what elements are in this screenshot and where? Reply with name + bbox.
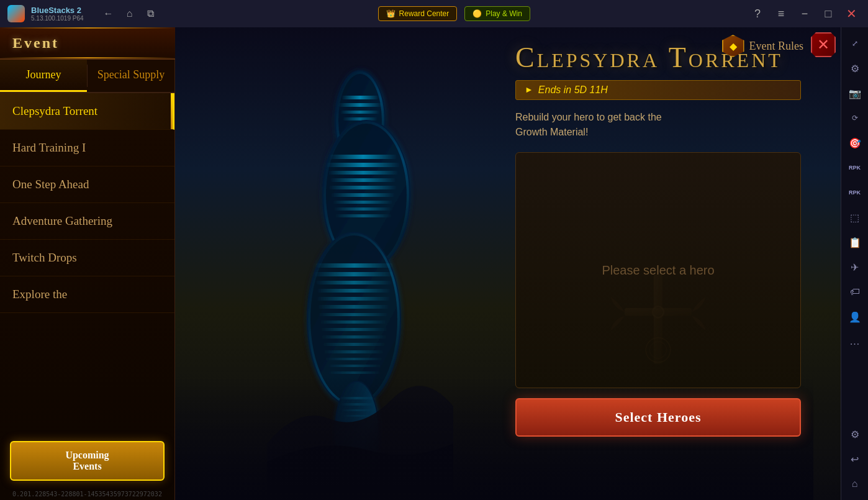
app-version: 5.13.100.1019 P64 [31, 15, 84, 22]
top-bar-center: 👑 Reward Center 🟡 Play & Win [378, 6, 530, 21]
svg-rect-16 [335, 214, 391, 217]
svg-rect-4 [340, 111, 380, 114]
crown-icon: 👑 [386, 9, 396, 18]
app-logo [7, 5, 25, 22]
app-name: BlueStacks 2 [31, 6, 84, 15]
sidebar-tag-icon[interactable]: 🏷 [844, 281, 866, 303]
reward-center-button[interactable]: 👑 Reward Center [378, 6, 458, 21]
coords-text: 0.201.228543-228801-14535435973722972032 [12, 491, 162, 498]
sidebar-plane-icon[interactable]: ✈ [844, 256, 866, 278]
play-win-label: Play & Win [486, 9, 522, 18]
svg-rect-9 [326, 163, 400, 167]
svg-rect-15 [334, 207, 392, 211]
ends-arrow-icon: ► [525, 85, 533, 95]
event-rules-area: ◆ Event Rules [722, 35, 804, 57]
twitch-label: Twitch Drops [12, 251, 77, 264]
svg-rect-22 [317, 289, 391, 293]
svg-rect-8 [329, 155, 397, 159]
right-sidebar: ⤢ ⚙ 📷 ⟳ 🎯 RPK RPK ⬚ 📋 ✈ 🏷 👤 … ⚙ ↩ ⌂ [841, 27, 868, 500]
svg-rect-39 [654, 275, 662, 364]
sidebar-scan-icon[interactable]: ⬚ [844, 206, 866, 229]
tabs-nav-button[interactable]: ⧉ [142, 5, 160, 22]
close-window-button[interactable]: ✕ [843, 5, 861, 22]
sidebar-history-icon[interactable]: ⟳ [844, 107, 866, 129]
list-item-explore[interactable]: Explore the [0, 276, 174, 313]
sidebar-gear-icon[interactable]: ⚙ [844, 423, 866, 445]
clepsydra-label: Clepsydra Torrent [12, 104, 97, 117]
svg-rect-5 [343, 117, 377, 120]
list-item-clepsydra[interactable]: Clepsydra Torrent [0, 93, 174, 130]
svg-rect-12 [329, 186, 397, 189]
top-bar-nav: ← ⌂ ⧉ [100, 5, 160, 22]
select-heroes-label: Select Heroes [615, 409, 701, 425]
svg-rect-40 [625, 308, 692, 316]
svg-rect-31 [325, 358, 382, 360]
reward-center-label: Reward Center [399, 9, 450, 18]
close-x-icon: ✕ [817, 36, 830, 53]
sidebar-camera-icon[interactable]: 📷 [844, 82, 866, 104]
home-nav-button[interactable]: ⌂ [121, 5, 138, 22]
svg-rect-23 [317, 297, 391, 301]
sidebar-expand-icon[interactable]: ⤢ [844, 32, 866, 55]
close-event-button[interactable]: ✕ [811, 32, 836, 57]
right-panel: Clepsydra Torrent ► Ends in 5D 11H Rebui… [503, 27, 813, 500]
minimize-button[interactable]: − [796, 5, 813, 22]
tab-journey[interactable]: Journey [0, 60, 87, 92]
menu-button[interactable]: ≡ [772, 5, 790, 22]
ends-text: Ends in 5D 11H [538, 84, 608, 96]
app-title-block: BlueStacks 2 5.13.100.1019 P64 [31, 6, 84, 22]
explore-label: Explore the [12, 288, 67, 301]
event-panel: Event Journey Special Supply Clepsydra T… [0, 27, 175, 500]
sidebar-home-icon[interactable]: ⌂ [844, 473, 866, 495]
svg-rect-2 [341, 96, 379, 99]
event-description: Rebuild your hero to get back the Growth… [515, 110, 801, 140]
svg-rect-24 [318, 305, 390, 309]
svg-rect-19 [315, 263, 393, 268]
svg-rect-30 [324, 350, 384, 353]
svg-rect-28 [322, 335, 386, 339]
main-content: Event Journey Special Supply Clepsydra T… [0, 27, 841, 500]
event-banner: Event [0, 27, 175, 60]
hard-training-label: Hard Training I [12, 141, 86, 154]
list-item-twitch[interactable]: Twitch Drops [0, 240, 174, 276]
rules-icon: ◆ [722, 35, 744, 57]
sidebar-clip-icon[interactable]: 📋 [844, 231, 866, 253]
special-supply-tab-label: Special Supply [97, 68, 165, 81]
svg-rect-10 [328, 171, 399, 175]
journey-tab-label: Journey [26, 68, 61, 81]
maximize-button[interactable]: □ [820, 5, 837, 22]
tab-special-supply[interactable]: Special Supply [88, 60, 174, 92]
svg-rect-14 [333, 201, 394, 204]
hero-decoration-svg [602, 263, 714, 375]
svg-rect-11 [330, 178, 396, 182]
svg-rect-33 [327, 371, 381, 374]
one-step-label: One Step Ahead [12, 178, 89, 191]
svg-rect-32 [327, 365, 381, 367]
back-nav-button[interactable]: ← [100, 5, 117, 22]
event-rules-button[interactable]: Event Rules [749, 40, 804, 53]
list-item-hard-training[interactable]: Hard Training I [0, 130, 174, 166]
sidebar-more-icon[interactable]: … [844, 330, 866, 353]
sidebar-rpk-icon[interactable]: RPK [844, 157, 866, 179]
list-item-one-step[interactable]: One Step Ahead [0, 166, 174, 203]
svg-rect-25 [319, 313, 389, 316]
sidebar-settings-icon[interactable]: ⚙ [844, 57, 866, 80]
list-item-adventure[interactable]: Adventure Gathering [0, 203, 174, 240]
sidebar-person-icon[interactable]: 👤 [844, 306, 866, 328]
top-bar: BlueStacks 2 5.13.100.1019 P64 ← ⌂ ⧉ 👑 R… [0, 0, 868, 27]
top-bar-right: ? ≡ − □ ✕ [749, 5, 861, 22]
play-win-button[interactable]: 🟡 Play & Win [464, 6, 530, 21]
upcoming-events-button[interactable]: Upcoming Events [10, 441, 165, 481]
sidebar-rpk2-icon[interactable]: RPK [844, 181, 866, 204]
sidebar-target-icon[interactable]: 🎯 [844, 132, 866, 154]
event-tabs: Journey Special Supply [0, 60, 174, 93]
select-heroes-button[interactable]: Select Heroes [515, 398, 801, 437]
svg-rect-27 [321, 328, 387, 331]
footer-coords: 0.201.228543-228801-14535435973722972032 [0, 488, 174, 500]
help-button[interactable]: ? [749, 5, 766, 22]
top-bar-left: BlueStacks 2 5.13.100.1019 P64 ← ⌂ ⧉ [7, 5, 160, 22]
svg-rect-26 [320, 320, 388, 324]
svg-rect-29 [323, 343, 385, 346]
sidebar-back-icon[interactable]: ↩ [844, 448, 866, 470]
event-list: Clepsydra Torrent Hard Training I One St… [0, 93, 174, 436]
